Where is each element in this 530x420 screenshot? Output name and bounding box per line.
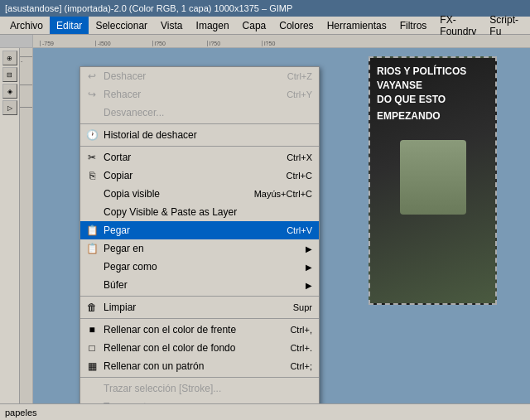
- left-toolbar: ⊕ ⊟ ◈ ▷: [0, 48, 20, 403]
- menu-colores[interactable]: Colores: [272, 17, 320, 34]
- menu-item-cortar[interactable]: ✂ Cortar Ctrl+X: [80, 148, 319, 167]
- menu-editar[interactable]: Editar: [50, 17, 89, 34]
- canvas-area: RIOS Y POLÍTICOS VAYANSE DO QUE ESTO EMP…: [33, 48, 530, 403]
- statusbar-text: papeles: [5, 408, 37, 418]
- menubar: Archivo Editar Seleccionar Vista Imagen …: [0, 17, 530, 35]
- clear-icon: 🗑: [84, 302, 100, 313]
- separator-5: [80, 377, 319, 378]
- menu-herramientas[interactable]: Herramientas: [320, 17, 393, 34]
- redo-icon: ↪: [84, 89, 100, 100]
- menu-item-pegar-en[interactable]: 📋 Pegar en ▶: [80, 239, 319, 258]
- menu-item-copia-visible[interactable]: Copia visible Mayús+Ctrl+C: [80, 185, 319, 203]
- tool-btn-3[interactable]: ◈: [2, 84, 17, 99]
- submenu-arrow-bufer: ▶: [306, 281, 312, 290]
- menu-imagen[interactable]: Imagen: [190, 17, 236, 34]
- statusbar: papeles: [0, 403, 530, 420]
- menu-item-trazar-seleccion[interactable]: Trazar selección [Stroke]...: [80, 379, 319, 398]
- ruler-corner: [0, 35, 33, 48]
- menu-fxfoundry[interactable]: FX-Foundry: [433, 17, 483, 34]
- tool-btn-2[interactable]: ⊟: [2, 67, 17, 82]
- menu-item-rellenar-frente[interactable]: ■ Rellenar con el color de frente Ctrl+,: [80, 321, 319, 339]
- menu-item-copy-visible-paste[interactable]: Copy Visible & Paste as Layer: [80, 203, 319, 221]
- copy-icon: ⎘: [84, 170, 100, 181]
- separator-2: [80, 146, 319, 147]
- fill-pattern-icon: ▦: [84, 360, 100, 372]
- separator-1: [80, 123, 319, 124]
- menu-filtros[interactable]: Filtros: [393, 17, 434, 34]
- ruler-left: -: [20, 48, 33, 403]
- menu-item-pegar[interactable]: 📋 Pegar Ctrl+V: [80, 221, 319, 239]
- submenu-arrow-pegar-como: ▶: [306, 263, 312, 272]
- menu-ventanas[interactable]: Ventanas: [525, 17, 530, 34]
- paste-in-icon: 📋: [84, 243, 100, 254]
- titlebar-text: [asustandose] (importada)-2.0 (Color RGB…: [5, 3, 292, 13]
- menu-item-rehacer[interactable]: ↪ Rehacer Ctrl+Y: [80, 85, 319, 104]
- undo-icon: ↩: [84, 70, 100, 82]
- menu-archivo[interactable]: Archivo: [3, 17, 50, 34]
- menu-capa[interactable]: Capa: [236, 17, 273, 34]
- menu-item-copiar[interactable]: ⎘ Copiar Ctrl+C: [80, 167, 319, 185]
- tool-btn-4[interactable]: ▷: [2, 100, 17, 115]
- canvas-image: RIOS Y POLÍTICOS VAYANSE DO QUE ESTO EMP…: [369, 56, 497, 305]
- menu-item-deshacer[interactable]: ↩ Deshacer Ctrl+Z: [80, 67, 319, 85]
- paste-icon: 📋: [84, 224, 100, 236]
- menu-vista[interactable]: Vista: [154, 17, 189, 34]
- menu-item-pegar-como[interactable]: Pegar como ▶: [80, 258, 319, 276]
- menu-item-trazar-ruta[interactable]: Trazar ruta...: [80, 398, 319, 403]
- menu-scriptfu[interactable]: Script-Fu: [483, 17, 525, 34]
- fill-bg-icon: □: [84, 342, 100, 354]
- menu-item-desvanecer[interactable]: Desvanecer...: [80, 104, 319, 122]
- separator-4: [80, 318, 319, 319]
- menu-item-rellenar-patron[interactable]: ▦ Rellenar con un patrón Ctrl+;: [80, 357, 319, 375]
- menu-item-bufer[interactable]: Búfer ▶: [80, 276, 319, 294]
- submenu-arrow-pegar-en: ▶: [306, 244, 312, 253]
- history-icon: 🕐: [84, 129, 100, 141]
- menu-seleccionar[interactable]: Seleccionar: [89, 17, 154, 34]
- menu-item-limpiar[interactable]: 🗑 Limpiar Supr: [80, 298, 319, 316]
- menu-item-historial[interactable]: 🕐 Historial de deshacer: [80, 126, 319, 144]
- menu-item-rellenar-fondo[interactable]: □ Rellenar con el color de fondo Ctrl+.: [80, 339, 319, 357]
- ruler-top: -759 -l500 l?50 l?50 l?50: [33, 35, 530, 48]
- tool-btn-1[interactable]: ⊕: [2, 51, 17, 65]
- separator-3: [80, 296, 319, 297]
- edit-dropdown-menu: ↩ Deshacer Ctrl+Z ↪ Rehacer Ctrl+Y Desva…: [80, 66, 320, 403]
- canvas-image-text: RIOS Y POLÍTICOS VAYANSE DO QUE ESTO EMP…: [370, 58, 495, 221]
- cut-icon: ✂: [84, 152, 100, 163]
- fill-fg-icon: ■: [84, 324, 100, 336]
